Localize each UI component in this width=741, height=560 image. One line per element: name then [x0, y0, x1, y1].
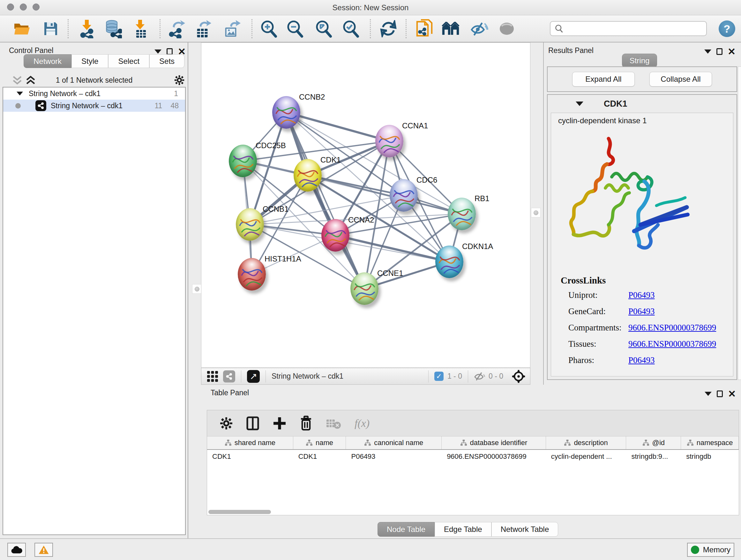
network-node-ccna1[interactable]	[375, 125, 403, 158]
network-collection-row[interactable]: String Network – cdk1 1	[3, 87, 185, 100]
new-network-from-selection-icon[interactable]	[415, 20, 433, 38]
panel-float-icon[interactable]	[717, 390, 723, 397]
panel-menu-icon[interactable]	[704, 392, 712, 396]
tab-network-table[interactable]: Network Table	[491, 522, 558, 537]
protein-thumbnail	[350, 272, 379, 305]
network-row[interactable]: String Network – cdk1 11 48	[3, 100, 185, 112]
detach-view-icon[interactable]: ↗	[247, 370, 260, 383]
network-node-hist1h1a[interactable]	[238, 258, 266, 291]
import-network-from-database-icon[interactable]	[104, 20, 122, 38]
table-row[interactable]: CDK1CDK1P064939606.ENSP00000378699cyclin…	[207, 450, 739, 463]
network-node-ccna2[interactable]	[321, 219, 349, 252]
column-header-namespace[interactable]: namespace	[681, 436, 739, 449]
zoom-out-icon[interactable]	[286, 20, 304, 38]
column-header-label: shared name	[234, 439, 275, 447]
network-node-cdc25b[interactable]	[229, 145, 257, 177]
gear-icon[interactable]	[220, 417, 232, 430]
collapse-all-button[interactable]: Collapse All	[650, 72, 712, 86]
node-label-ccna2: CCNA2	[348, 215, 374, 225]
save-session-icon[interactable]	[42, 20, 60, 38]
column-header-label: database identifier	[470, 439, 528, 447]
tab-style[interactable]: Style	[71, 54, 108, 68]
tab-edge-table[interactable]: Edge Table	[434, 522, 491, 537]
network-node-ccnb1[interactable]	[236, 208, 264, 241]
crosslink-link[interactable]: P06493	[628, 355, 655, 365]
column-header-shared-name[interactable]: shared name	[207, 436, 293, 449]
crosslink-link[interactable]: P06493	[628, 307, 655, 316]
export-image-icon[interactable]	[223, 20, 241, 38]
refresh-icon[interactable]	[380, 20, 397, 38]
collection-label: String Network – cdk1	[29, 89, 100, 98]
column-header-description[interactable]: description	[546, 436, 626, 449]
panel-float-icon[interactable]	[717, 48, 723, 55]
network-node-rb1[interactable]	[448, 198, 476, 230]
table-hscrollbar-thumb[interactable]	[208, 510, 271, 514]
table-cell: CDK1	[207, 450, 293, 463]
memory-label: Memory	[703, 545, 731, 554]
tab-node-table[interactable]: Node Table	[378, 522, 434, 537]
tree-expand-icon[interactable]	[17, 91, 23, 96]
hidden-eye-icon[interactable]	[474, 372, 485, 381]
crosslink-link[interactable]: 9606.ENSP00000378699	[628, 323, 716, 333]
network-node-cdkn1a[interactable]	[435, 246, 463, 278]
network-node-ccnb2[interactable]	[272, 96, 300, 129]
main-toolbar: ?	[0, 15, 741, 43]
expand-all-button[interactable]: Expand All	[572, 72, 635, 86]
column-header-canonical-name[interactable]: canonical name	[346, 436, 442, 449]
hide-selected-icon[interactable]	[470, 20, 488, 38]
network-view-icon[interactable]	[223, 370, 235, 382]
open-session-icon[interactable]	[13, 20, 31, 38]
protein-thumbnail	[236, 208, 264, 241]
search-input[interactable]	[564, 24, 701, 33]
zoom-fit-icon[interactable]	[315, 20, 333, 38]
panel-menu-icon[interactable]	[154, 50, 161, 54]
zoom-selected-icon[interactable]	[342, 20, 360, 38]
export-table-icon[interactable]	[194, 20, 212, 38]
export-network-icon[interactable]	[168, 20, 186, 38]
delete-icon[interactable]	[300, 416, 313, 431]
network-canvas[interactable]: CCNB2CCNA1CDC25BCDK1CDC6RB1CCNB1CCNA2CDK…	[201, 43, 530, 368]
import-table-from-file-icon[interactable]	[131, 20, 149, 38]
tab-network[interactable]: Network	[23, 54, 71, 68]
help-icon[interactable]: ?	[719, 20, 735, 37]
protein-thumbnail	[435, 246, 463, 278]
selected-checkbox-icon[interactable]: ✓	[434, 372, 444, 381]
crosslink-link[interactable]: P06493	[628, 290, 655, 300]
results-scrollbar[interactable]	[738, 66, 741, 380]
warning-button[interactable]	[35, 543, 53, 557]
zoom-in-icon[interactable]	[260, 20, 278, 38]
delete-table-icon[interactable]	[326, 418, 341, 429]
column-header-name[interactable]: name	[293, 436, 346, 449]
control-panel: Control Panel ✕ NetworkStyleSelectSets 1…	[0, 43, 188, 538]
column-header-database-identifier[interactable]: database identifier	[442, 436, 546, 449]
tab-string[interactable]: String	[622, 54, 657, 68]
add-icon[interactable]	[273, 416, 286, 431]
gear-icon[interactable]	[174, 75, 185, 85]
network-node-cdc6[interactable]	[390, 179, 418, 212]
column-header-label: description	[574, 439, 608, 447]
splitter-handle[interactable]	[192, 284, 202, 294]
import-network-from-file-icon[interactable]	[78, 20, 96, 38]
cloud-button[interactable]	[7, 543, 26, 557]
birds-eye-icon[interactable]	[512, 369, 526, 383]
crosslink-link[interactable]: 9606.ENSP00000378699	[628, 339, 716, 349]
attribute-icon	[643, 439, 650, 446]
panel-float-icon[interactable]	[166, 48, 173, 55]
panel-close-icon[interactable]: ✕	[728, 391, 736, 397]
gene-section-header[interactable]: CDK1	[548, 95, 737, 113]
panel-close-icon[interactable]: ✕	[728, 49, 736, 55]
network-node-cdk1[interactable]	[293, 159, 322, 192]
tab-sets[interactable]: Sets	[149, 54, 185, 68]
show-all-icon[interactable]	[498, 20, 516, 38]
columns-icon[interactable]	[246, 416, 259, 431]
panel-menu-icon[interactable]	[704, 50, 711, 54]
memory-button[interactable]: Memory	[687, 543, 734, 557]
section-collapse-icon[interactable]	[576, 102, 583, 106]
first-neighbors-icon[interactable]	[442, 20, 460, 38]
grid-view-icon[interactable]	[206, 370, 219, 382]
column-header-at-id[interactable]: @id	[626, 436, 681, 449]
tab-select[interactable]: Select	[108, 54, 149, 68]
panel-close-icon[interactable]: ✕	[178, 49, 186, 55]
network-node-ccne1[interactable]	[350, 272, 379, 305]
splitter-handle[interactable]	[531, 208, 541, 217]
